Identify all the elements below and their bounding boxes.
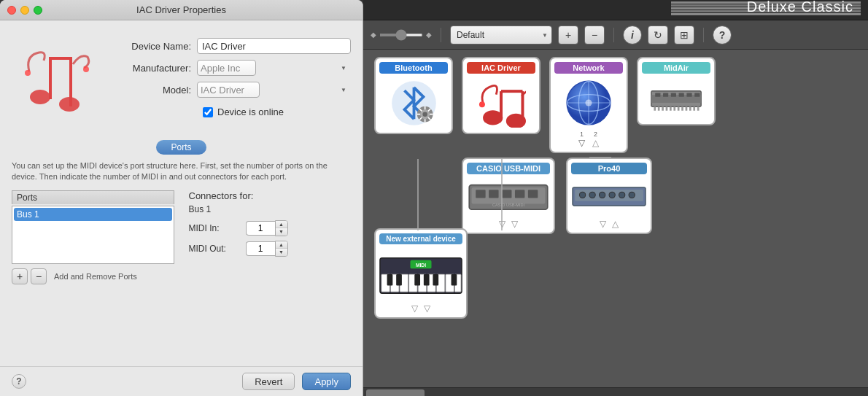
svg-rect-29 (679, 93, 684, 96)
keyboard-connectors: ▽ ▽ (411, 303, 430, 314)
svg-rect-38 (678, 106, 680, 110)
connectors-section: Connectors for: Bus 1 MIDI In: ▲ ▼ (189, 190, 352, 284)
grid-button[interactable]: ⊞ (674, 26, 694, 44)
midi-in-down[interactable]: ▼ (276, 228, 287, 236)
svg-point-10 (422, 112, 427, 117)
ports-tab[interactable]: Ports (156, 140, 206, 155)
profile-select[interactable]: Default (450, 26, 552, 44)
ports-connectors-row: Ports Bus 1 + − Add and Remove Ports Con… (12, 190, 351, 284)
toolbar-divider-2 (613, 28, 614, 42)
model-row: Model: IAC Driver (117, 82, 351, 98)
close-button[interactable] (7, 6, 16, 15)
svg-rect-50 (528, 190, 538, 198)
pro40-label: Pro40 (571, 163, 647, 174)
horizontal-scrollbar[interactable] (363, 387, 868, 396)
svg-rect-49 (515, 190, 524, 198)
manufacturer-label: Manufacturer: (117, 63, 197, 74)
svg-rect-77 (452, 274, 457, 285)
ports-description: You can set up the MIDI device's port st… (12, 160, 351, 183)
svg-point-58 (619, 192, 625, 198)
remove-device-button[interactable]: − (584, 26, 605, 44)
new-external-device-card[interactable]: New external device MIDI (374, 228, 468, 319)
new-external-label: New external device (379, 233, 462, 244)
svg-point-54 (579, 192, 585, 198)
zoom-range[interactable] (379, 34, 423, 36)
midair-device-card[interactable]: MidAir (637, 57, 716, 125)
slider-left-icon: ◆ (371, 31, 376, 39)
midi-in-label: MIDI In: (189, 223, 240, 233)
network-device-card[interactable]: Network (549, 57, 628, 153)
casio-label: CASIO USB-MIDI (467, 163, 550, 174)
midi-out-stepper: ▲ ▼ (246, 241, 288, 257)
manufacturer-select-wrapper: Apple Inc (197, 60, 351, 76)
device-icon (12, 32, 105, 125)
iac-icon (475, 77, 527, 129)
casio-device-card[interactable]: CASIO USB-MIDI CASIO USB-MIDI ▽ (462, 158, 555, 234)
midi-in-stepper: ▲ ▼ (246, 220, 288, 236)
pro40-device-card[interactable]: Pro40 ▽ △ (566, 158, 652, 234)
port-item-bus1[interactable]: Bus 1 (14, 208, 172, 221)
device-online-checkbox[interactable] (203, 107, 213, 117)
svg-rect-3 (49, 57, 72, 60)
svg-rect-37 (673, 106, 675, 110)
deluxe-title: Deluxe Classic (747, 0, 853, 15)
svg-point-57 (609, 192, 615, 198)
midi-in-row: MIDI In: ▲ ▼ (189, 220, 352, 236)
device-online-row: Device is online (117, 106, 351, 117)
midi-in-up[interactable]: ▲ (276, 221, 287, 228)
midi-in-arrows: ▲ ▼ (275, 220, 288, 236)
pro40-icon (571, 177, 647, 217)
svg-point-0 (30, 90, 50, 104)
svg-rect-34 (662, 106, 664, 110)
maximize-button[interactable] (34, 6, 42, 15)
minimize-button[interactable] (20, 6, 29, 15)
svg-rect-75 (424, 274, 430, 285)
midi-canvas[interactable]: Bluetooth IAC Driver (363, 50, 868, 387)
connectors-for-label: Connectors for: (189, 190, 352, 201)
bluetooth-device-card[interactable]: Bluetooth (374, 57, 453, 134)
midi-out-input[interactable] (246, 241, 275, 256)
svg-rect-28 (671, 93, 676, 96)
midi-out-up[interactable]: ▲ (276, 241, 287, 249)
apply-button[interactable]: Apply (302, 373, 351, 390)
add-port-button[interactable]: + (12, 268, 28, 284)
svg-rect-31 (694, 93, 700, 96)
model-select-wrapper: IAC Driver (197, 82, 351, 98)
zoom-slider: ◆ ◆ (371, 31, 432, 39)
add-remove-label: Add and Remove Ports (54, 272, 137, 281)
device-fields: Device Name: Manufacturer: Apple Inc Mod… (117, 32, 351, 117)
midi-in-input[interactable] (246, 221, 275, 236)
svg-point-23 (585, 99, 592, 106)
device-name-input[interactable] (197, 38, 351, 54)
svg-rect-73 (396, 274, 402, 285)
svg-rect-32 (654, 106, 656, 110)
svg-rect-72 (387, 274, 393, 285)
svg-rect-27 (663, 93, 668, 96)
manufacturer-select[interactable]: Apple Inc (197, 60, 256, 76)
network-label: Network (554, 62, 623, 74)
network-icon (562, 77, 615, 129)
bluetooth-label: Bluetooth (379, 62, 448, 74)
svg-rect-35 (666, 106, 668, 110)
toolbar-divider-3 (703, 28, 704, 42)
refresh-button[interactable]: ↻ (648, 26, 668, 44)
help-button[interactable]: ? (12, 374, 26, 389)
svg-point-55 (589, 192, 595, 198)
midi-out-down[interactable]: ▼ (276, 249, 287, 256)
model-select[interactable]: IAC Driver (197, 82, 260, 98)
svg-rect-41 (689, 106, 691, 110)
iac-driver-device-card[interactable]: IAC Driver (462, 57, 540, 134)
revert-button[interactable]: Revert (242, 373, 295, 390)
model-label: Model: (117, 85, 197, 96)
remove-port-button[interactable]: − (31, 268, 47, 284)
svg-rect-40 (686, 106, 688, 110)
midi-toolbar: ◆ ◆ Default + − i ↻ ⊞ ? (363, 20, 868, 50)
info-button[interactable]: i (623, 26, 642, 44)
toolbar-divider-1 (441, 28, 441, 42)
add-device-button[interactable]: + (558, 26, 578, 44)
svg-rect-4 (69, 57, 72, 106)
svg-rect-33 (658, 106, 660, 110)
svg-point-59 (629, 192, 635, 198)
ports-list[interactable]: Bus 1 (12, 206, 174, 264)
toolbar-help-button[interactable]: ? (713, 26, 732, 44)
